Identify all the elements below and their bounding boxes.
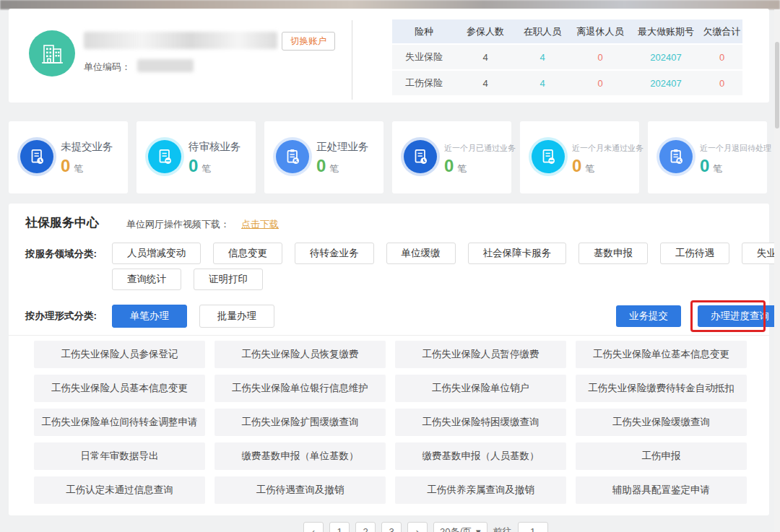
service-grid-button[interactable]: 工伤失业保险扩围缓缴查询 bbox=[214, 409, 386, 436]
table-cell: 4 bbox=[456, 78, 515, 89]
unit-code-redacted bbox=[137, 59, 194, 72]
domain-filter-button[interactable]: 证明打印 bbox=[194, 269, 263, 290]
table-cell: 202407 bbox=[630, 52, 701, 63]
table-cell: 202407 bbox=[630, 78, 701, 89]
video-download-label: 单位网厅操作视频下载： bbox=[126, 218, 230, 231]
insurance-summary-table: 险种参保人数在职人员离退休人员最大做账期号欠缴合计 失业保险4402024070… bbox=[392, 19, 742, 97]
domain-filter-button[interactable]: 社会保障卡服务 bbox=[468, 243, 567, 264]
service-grid-button[interactable]: 缴费基数申报（人员基数） bbox=[395, 442, 566, 470]
stat-number: 0 bbox=[572, 156, 581, 175]
stat-value: 0笔 bbox=[316, 156, 339, 176]
service-grid-button[interactable]: 工伤失业保险单位销户 bbox=[395, 375, 566, 402]
stat-unit: 笔 bbox=[74, 163, 83, 174]
stat-label: 近一个月退回待处理 bbox=[700, 143, 771, 154]
table-cell: 4 bbox=[515, 78, 570, 89]
stat-card: 近一个月未通过业务0笔 bbox=[520, 121, 639, 193]
domain-filter-row-1: 人员增减变动信息变更待转金业务单位缓缴社会保障卡服务基数申报工伤待遇失业待遇 bbox=[112, 243, 780, 264]
clipboard-arrow-icon bbox=[276, 140, 309, 173]
mode-filter-button[interactable]: 单笔办理 bbox=[112, 305, 187, 328]
service-grid-button[interactable]: 辅助器具配置鉴定申请 bbox=[576, 476, 747, 504]
service-grid-button[interactable]: 工伤失业保险单位间待转金调整申请 bbox=[34, 409, 205, 436]
pagination-prev-button[interactable]: ‹ bbox=[303, 522, 324, 532]
document-minus-icon bbox=[148, 140, 181, 173]
scrollbar-thumb[interactable] bbox=[775, 42, 779, 128]
document-clock-icon bbox=[404, 140, 437, 173]
insurance-table-body: 失业保险4402024070工伤保险4402024070 bbox=[392, 45, 742, 95]
scrollbar[interactable] bbox=[774, 9, 780, 532]
page: 切换账户 单位编码： 险种参保人数在职人员离退休人员最大做账期号欠缴合计 失业保… bbox=[0, 0, 780, 532]
table-column-header: 离退休人员 bbox=[570, 25, 630, 38]
service-grid-button[interactable]: 工伤失业保险人员基本信息变更 bbox=[34, 375, 205, 402]
domain-filter-button[interactable]: 查询统计 bbox=[112, 269, 181, 290]
domain-filter-button[interactable]: 基数申报 bbox=[578, 243, 648, 264]
pagination-page-button[interactable]: 2 bbox=[355, 522, 376, 532]
domain-filter-button[interactable]: 工伤待遇 bbox=[660, 243, 729, 264]
domain-filter-button[interactable]: 人员增减变动 bbox=[112, 243, 201, 264]
stat-unit: 笔 bbox=[457, 163, 467, 174]
pagination-page-button[interactable]: 3 bbox=[381, 522, 402, 532]
table-row: 工伤保险4402024070 bbox=[392, 71, 742, 95]
domain-filter-button[interactable]: 单位缓缴 bbox=[386, 243, 456, 264]
stat-value: 0笔 bbox=[572, 156, 594, 176]
stat-label: 近一个月未通过业务 bbox=[572, 143, 644, 154]
pagination-next-button[interactable]: › bbox=[407, 522, 428, 532]
domain-filter-button[interactable]: 待转金业务 bbox=[295, 243, 374, 264]
mode-filter-row: 单笔办理批量办理 bbox=[112, 305, 274, 328]
service-grid-button[interactable]: 工伤失业保险缴费待转金自动抵扣 bbox=[576, 375, 747, 402]
table-column-header: 最大做账期号 bbox=[630, 25, 701, 38]
stat-value: 0笔 bbox=[700, 156, 722, 176]
company-name-redacted bbox=[84, 32, 277, 49]
domain-filter-button[interactable]: 信息变更 bbox=[213, 243, 282, 264]
goto-label: 前往 bbox=[493, 522, 512, 532]
service-grid-button[interactable]: 工伤待遇查询及撤销 bbox=[214, 476, 386, 504]
page-size-select[interactable]: 20条/页▾ bbox=[433, 522, 488, 532]
table-column-header: 欠缴合计 bbox=[701, 25, 742, 38]
mode-filter-label: 按办理形式分类: bbox=[25, 310, 97, 323]
stat-card: 正处理业务0笔 bbox=[264, 121, 384, 193]
stat-value: 0笔 bbox=[61, 156, 83, 176]
unit-code-label: 单位编码： bbox=[84, 61, 131, 74]
stat-number: 0 bbox=[700, 156, 709, 175]
service-grid-button[interactable]: 工伤申报 bbox=[576, 442, 747, 470]
stat-card: 待审核业务0笔 bbox=[136, 121, 256, 193]
business-submit-button[interactable]: 业务提交 bbox=[616, 305, 681, 327]
progress-query-button[interactable]: 办理进度查询 bbox=[698, 305, 780, 327]
stat-value: 0笔 bbox=[444, 156, 467, 176]
page-size-value: 20条/页 bbox=[440, 523, 472, 532]
table-column-header: 参保人数 bbox=[456, 25, 515, 38]
stat-unit: 笔 bbox=[202, 163, 211, 174]
switch-account-button[interactable]: 切换账户 bbox=[282, 32, 335, 51]
stat-unit: 笔 bbox=[585, 163, 594, 174]
stat-label: 近一个月已通过业务 bbox=[444, 143, 516, 154]
service-grid-button[interactable]: 工伤失业保险单位银行信息维护 bbox=[214, 375, 386, 402]
service-grid-button[interactable]: 工伤失业保险单位基本信息变更 bbox=[576, 341, 747, 368]
table-cell: 4 bbox=[515, 52, 570, 63]
service-grid-button[interactable]: 工伤失业保险人员暂停缴费 bbox=[395, 341, 566, 368]
stat-card: 近一个月退回待处理0笔 bbox=[648, 121, 767, 193]
service-grid-button[interactable]: 工伤失业保险人员参保登记 bbox=[34, 341, 205, 368]
table-row: 失业保险4402024070 bbox=[392, 45, 742, 69]
goto-page-input[interactable]: 1 bbox=[518, 522, 548, 532]
pagination-page-button[interactable]: 1 bbox=[329, 522, 350, 532]
clipboard-arrow-icon bbox=[659, 140, 693, 173]
table-cell: 0 bbox=[701, 78, 742, 89]
table-column-header: 险种 bbox=[392, 25, 456, 38]
service-grid-button[interactable]: 工伤失业保险缓缴查询 bbox=[576, 409, 747, 436]
stat-number: 0 bbox=[444, 156, 454, 175]
stat-card: 未提交业务0笔 bbox=[9, 121, 128, 193]
document-clock-icon bbox=[20, 140, 53, 173]
stat-label: 待审核业务 bbox=[188, 140, 241, 154]
stat-number: 0 bbox=[316, 156, 326, 175]
service-grid-button[interactable]: 工伤供养亲属查询及撤销 bbox=[395, 476, 566, 504]
service-grid-button[interactable]: 工伤认定未通过信息查询 bbox=[34, 476, 205, 504]
section-title: 社保服务中心 bbox=[25, 214, 99, 231]
table-cell: 0 bbox=[570, 52, 630, 63]
service-grid-button[interactable]: 日常年审数据导出 bbox=[34, 442, 205, 470]
service-grid-button[interactable]: 工伤失业保险人员恢复缴费 bbox=[214, 341, 386, 368]
service-grid-button[interactable]: 工伤失业保险特困缓缴查询 bbox=[395, 409, 566, 436]
table-cell: 0 bbox=[701, 52, 742, 63]
download-link[interactable]: 点击下载 bbox=[241, 218, 279, 231]
service-grid-button[interactable]: 缴费基数申报（单位基数） bbox=[214, 442, 386, 470]
service-center-panel: 社保服务中心 单位网厅操作视频下载： 点击下载 按服务领域分类: 人员增减变动信… bbox=[9, 204, 769, 515]
mode-filter-button[interactable]: 批量办理 bbox=[199, 305, 274, 328]
